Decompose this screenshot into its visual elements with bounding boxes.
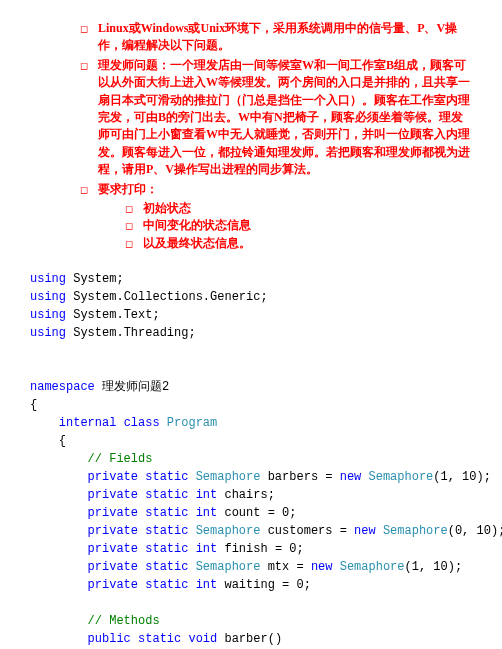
bullet-square-icon: ◻ — [125, 200, 143, 217]
code-keyword: int — [196, 542, 218, 556]
code-keyword: internal — [59, 416, 117, 430]
sub-bullet-item: ◻ 初始状态 — [125, 200, 472, 217]
code-keyword: private — [88, 542, 138, 556]
code-keyword: static — [145, 470, 188, 484]
code-text — [188, 542, 195, 556]
code-keyword: static — [145, 578, 188, 592]
code-class: Semaphore — [340, 560, 405, 574]
code-keyword: static — [145, 506, 188, 520]
code-text: { — [30, 398, 37, 412]
code-comment: // Methods — [30, 614, 160, 628]
code-text — [30, 524, 88, 538]
code-keyword: new — [340, 470, 362, 484]
code-text: System.Text; — [66, 308, 160, 322]
code-keyword: static — [145, 524, 188, 538]
code-text — [188, 506, 195, 520]
code-block: using System; using System.Collections.G… — [30, 270, 472, 649]
code-keyword: using — [30, 308, 66, 322]
bullet-item: ◻ 要求打印： — [80, 181, 472, 198]
code-keyword: private — [88, 506, 138, 520]
code-class: Semaphore — [369, 470, 434, 484]
code-keyword: int — [196, 506, 218, 520]
bullet-square-icon: ◻ — [80, 20, 98, 55]
document-page: ◻ Linux或Windows或Unix环境下，采用系统调用中的信号量、P、V操… — [0, 0, 502, 649]
bullet-text: 要求打印： — [98, 181, 472, 198]
code-text: System.Collections.Generic; — [66, 290, 268, 304]
code-class: Semaphore — [196, 560, 261, 574]
code-text — [188, 560, 195, 574]
code-text: mtx = — [260, 560, 310, 574]
code-text: { — [30, 434, 66, 448]
code-text — [188, 524, 195, 538]
code-keyword: static — [145, 560, 188, 574]
code-text — [30, 470, 88, 484]
code-keyword: int — [196, 578, 218, 592]
sub-bullet-text: 初始状态 — [143, 200, 191, 217]
code-keyword: new — [311, 560, 333, 574]
bullet-text: 理发师问题：一个理发店由一间等候室W和一间工作室B组成，顾客可以从外面大街上进入… — [98, 57, 472, 179]
code-text — [131, 632, 138, 646]
code-keyword: void — [188, 632, 217, 646]
code-text — [160, 416, 167, 430]
sub-list: ◻ 初始状态 ◻ 中间变化的状态信息 ◻ 以及最终状态信息。 — [80, 200, 472, 252]
code-text — [30, 578, 88, 592]
code-text — [30, 632, 88, 646]
code-text: barber() — [217, 632, 282, 646]
code-keyword: private — [88, 560, 138, 574]
bullet-square-icon: ◻ — [125, 217, 143, 234]
code-text: waiting = 0; — [217, 578, 311, 592]
sub-bullet-text: 以及最终状态信息。 — [143, 235, 251, 252]
code-class: Semaphore — [196, 470, 261, 484]
code-text: finish = 0; — [217, 542, 303, 556]
code-comment: // Fields — [30, 452, 152, 466]
code-class: Semaphore — [196, 524, 261, 538]
code-keyword: using — [30, 272, 66, 286]
code-text — [188, 488, 195, 502]
code-text — [361, 470, 368, 484]
code-text — [376, 524, 383, 538]
code-text — [188, 470, 195, 484]
code-text: (0, 10); — [448, 524, 502, 538]
bullet-square-icon: ◻ — [125, 235, 143, 252]
bullet-square-icon: ◻ — [80, 181, 98, 198]
code-text: 理发师问题2 — [95, 380, 169, 394]
code-text: chairs; — [217, 488, 275, 502]
code-text — [116, 416, 123, 430]
code-keyword: static — [145, 542, 188, 556]
sub-bullet-item: ◻ 以及最终状态信息。 — [125, 235, 472, 252]
code-class: Semaphore — [383, 524, 448, 538]
code-text — [333, 560, 340, 574]
code-text: (1, 10); — [405, 560, 463, 574]
code-text — [30, 416, 59, 430]
bullet-item: ◻ 理发师问题：一个理发店由一间等候室W和一间工作室B组成，顾客可以从外面大街上… — [80, 57, 472, 179]
code-keyword: static — [145, 488, 188, 502]
bullet-text: Linux或Windows或Unix环境下，采用系统调用中的信号量、P、V操作，… — [98, 20, 472, 55]
code-text: barbers = — [260, 470, 339, 484]
code-text: System; — [66, 272, 124, 286]
code-keyword: private — [88, 524, 138, 538]
code-text — [30, 506, 88, 520]
code-text — [30, 542, 88, 556]
code-text: customers = — [260, 524, 354, 538]
code-class: Program — [167, 416, 217, 430]
code-text: (1, 10); — [433, 470, 491, 484]
code-keyword: public — [88, 632, 131, 646]
code-keyword: new — [354, 524, 376, 538]
sub-bullet-item: ◻ 中间变化的状态信息 — [125, 217, 472, 234]
code-keyword: class — [124, 416, 160, 430]
code-keyword: using — [30, 290, 66, 304]
code-keyword: static — [138, 632, 181, 646]
code-keyword: namespace — [30, 380, 95, 394]
code-text — [30, 488, 88, 502]
bullet-square-icon: ◻ — [80, 57, 98, 179]
code-text — [188, 578, 195, 592]
code-text — [30, 560, 88, 574]
code-keyword: using — [30, 326, 66, 340]
code-keyword: private — [88, 488, 138, 502]
requirements-list: ◻ Linux或Windows或Unix环境下，采用系统调用中的信号量、P、V操… — [30, 20, 472, 252]
code-text: count = 0; — [217, 506, 296, 520]
sub-bullet-text: 中间变化的状态信息 — [143, 217, 251, 234]
code-keyword: private — [88, 578, 138, 592]
code-keyword: private — [88, 470, 138, 484]
code-keyword: int — [196, 488, 218, 502]
